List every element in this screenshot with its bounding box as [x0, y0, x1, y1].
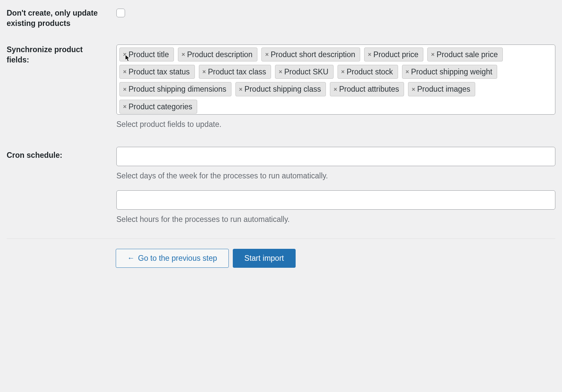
- remove-tag-icon[interactable]: ×: [431, 51, 435, 57]
- sync-field-tag-label: Product SKU: [284, 66, 329, 77]
- sync-field-tag[interactable]: ×Product sale price: [427, 48, 503, 61]
- cron-days-help: Select days of the week for the processe…: [116, 171, 555, 180]
- sync-field-tag-label: Product tax status: [129, 66, 190, 77]
- sync-field-tag-label: Product short description: [271, 49, 355, 60]
- remove-tag-icon[interactable]: ×: [279, 69, 282, 75]
- sync-field-tag-label: Product categories: [129, 101, 193, 112]
- start-import-label: Start import: [244, 254, 284, 263]
- remove-tag-icon[interactable]: ×: [368, 51, 371, 57]
- sync-field-tag[interactable]: ×Product title: [119, 48, 174, 61]
- sync-field-tag-label: Product tax class: [208, 66, 266, 77]
- sync-field-tag[interactable]: ×Product price: [364, 48, 423, 61]
- row-update-only: Don't create, only update existing produ…: [0, 0, 562, 37]
- sync-field-tag-label: Product shipping weight: [411, 66, 492, 77]
- sync-field-tag[interactable]: ×Product short description: [261, 48, 360, 61]
- sync-field-tag[interactable]: ×Product attributes: [330, 82, 404, 96]
- remove-tag-icon[interactable]: ×: [123, 51, 127, 57]
- label-sync-fields: Synchronize product fields:: [0, 37, 106, 137]
- arrow-left-icon: ←: [127, 254, 135, 262]
- sync-field-tag[interactable]: ×Product shipping dimensions: [119, 82, 231, 96]
- sync-field-tag[interactable]: ×Product tax status: [119, 65, 195, 79]
- remove-tag-icon[interactable]: ×: [123, 69, 127, 75]
- sync-fields-help: Select product fields to update.: [116, 120, 555, 129]
- sync-field-tag[interactable]: ×Product SKU: [275, 65, 333, 79]
- sync-field-tag[interactable]: ×Product shipping weight: [402, 65, 497, 79]
- sync-field-tag[interactable]: ×Product tax class: [199, 65, 271, 79]
- remove-tag-icon[interactable]: ×: [341, 69, 345, 75]
- previous-step-button[interactable]: ← Go to the previous step: [116, 249, 229, 268]
- remove-tag-icon[interactable]: ×: [203, 69, 206, 75]
- sync-field-tag-label: Product attributes: [339, 84, 399, 94]
- remove-tag-icon[interactable]: ×: [123, 104, 127, 110]
- sync-field-tag[interactable]: ×Product stock: [338, 65, 398, 79]
- sync-field-tag-label: Product description: [187, 49, 252, 60]
- remove-tag-icon[interactable]: ×: [265, 51, 269, 57]
- remove-tag-icon[interactable]: ×: [406, 69, 409, 75]
- cron-hours-help: Select hours for the processes to run au…: [116, 215, 555, 224]
- sync-field-tag-label: Product shipping dimensions: [129, 84, 226, 94]
- remove-tag-icon[interactable]: ×: [412, 86, 415, 92]
- sync-field-tag-label: Product images: [417, 84, 471, 94]
- form-actions: ← Go to the previous step Start import: [0, 239, 562, 275]
- cron-days-select[interactable]: [116, 147, 555, 166]
- checkbox-update-only[interactable]: [116, 9, 125, 17]
- sync-field-tag-label: Product price: [373, 49, 419, 60]
- sync-field-tag-label: Product title: [129, 49, 169, 60]
- row-cron-schedule: Cron schedule: Select days of the week f…: [0, 137, 562, 232]
- sync-field-tag-label: Product sale price: [437, 49, 498, 60]
- remove-tag-icon[interactable]: ×: [239, 86, 243, 92]
- remove-tag-icon[interactable]: ×: [182, 51, 185, 57]
- settings-form: Don't create, only update existing produ…: [0, 0, 562, 232]
- label-cron-schedule: Cron schedule:: [0, 137, 106, 232]
- sync-field-tag-label: Product stock: [347, 66, 393, 77]
- remove-tag-icon[interactable]: ×: [334, 86, 337, 92]
- start-import-button[interactable]: Start import: [233, 249, 296, 268]
- previous-step-label: Go to the previous step: [138, 254, 217, 263]
- sync-fields-multiselect[interactable]: ×Product title×Product description×Produ…: [116, 45, 555, 115]
- sync-field-tag[interactable]: ×Product description: [178, 48, 257, 61]
- remove-tag-icon[interactable]: ×: [123, 86, 127, 92]
- sync-field-tag-label: Product shipping class: [244, 84, 321, 94]
- sync-field-tag[interactable]: ×Product categories: [119, 100, 197, 114]
- cron-hours-select[interactable]: [116, 190, 555, 210]
- label-update-only: Don't create, only update existing produ…: [0, 0, 106, 37]
- sync-field-tag[interactable]: ×Product shipping class: [235, 82, 326, 96]
- row-sync-fields: Synchronize product fields: ×Product tit…: [0, 37, 562, 137]
- sync-field-tag[interactable]: ×Product images: [408, 82, 475, 96]
